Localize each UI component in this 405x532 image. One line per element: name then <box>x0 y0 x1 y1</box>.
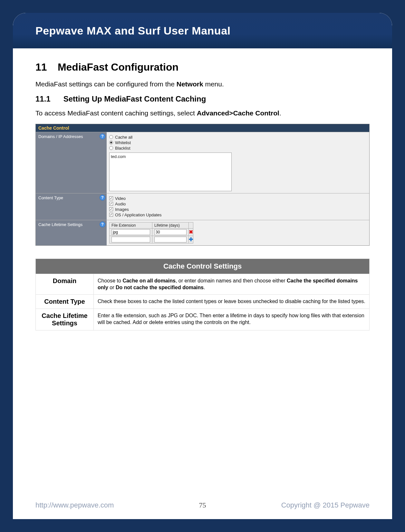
checkbox-label: Video <box>115 196 126 201</box>
checkbox-label: Images <box>115 207 129 212</box>
checkbox-icon <box>109 213 113 217</box>
col-ext: File Extension <box>110 222 152 228</box>
section-heading: 11 MediaFast Configuration <box>35 61 370 73</box>
header-band: Pepwave MAX and Surf User Manual <box>13 13 392 48</box>
row-lifetime: Cache Lifetime Settings ? File Extension… <box>36 220 369 245</box>
radio-cache-all[interactable]: Cache all <box>109 135 367 140</box>
subsection-lead-pre: To access MediaFast content caching sett… <box>35 109 197 117</box>
days-input[interactable] <box>154 229 187 235</box>
ext-input[interactable] <box>111 237 150 242</box>
desc-key: Domain <box>36 274 94 294</box>
checkbox-os-updates[interactable]: OS / Application Updates <box>109 212 367 217</box>
desc-key: Content Type <box>36 294 94 309</box>
subsection-lead-post: . <box>279 109 281 117</box>
value-content-type: Video Audio Images OS / Application Upda… <box>107 193 369 220</box>
label-domains: Domains / IP Addresses ? <box>36 132 107 193</box>
page: Pepwave MAX and Surf User Manual 11 Medi… <box>13 13 392 519</box>
delete-row-icon[interactable]: ✖ <box>189 229 193 235</box>
desc-key: Cache Lifetime Settings <box>36 309 94 330</box>
section-intro-post: menu. <box>203 80 224 88</box>
row-content-type: Content Type ? Video Audio Images <box>36 193 369 220</box>
radio-blacklist[interactable]: Blacklist <box>109 146 367 151</box>
section-title: MediaFast Configuration <box>58 61 178 73</box>
panel-title: Cache Control <box>36 124 369 132</box>
subsection-title: Setting Up MediaFast Content Caching <box>63 94 206 103</box>
section-intro: MediaFast settings can be configured fro… <box>35 80 370 89</box>
section-intro-pre: MediaFast settings can be configured fro… <box>35 80 177 88</box>
checkbox-icon <box>109 196 113 200</box>
description-table: Cache Control Settings Domain Choose to … <box>35 259 370 330</box>
label-content-type: Content Type ? <box>36 193 107 220</box>
checkbox-video[interactable]: Video <box>109 196 367 201</box>
radio-whitelist[interactable]: Whitelist <box>109 140 367 145</box>
manual-title: Pepwave MAX and Surf User Manual <box>35 25 231 37</box>
radio-label-blacklist: Blacklist <box>115 146 130 151</box>
domains-textarea[interactable]: ted.com <box>109 153 232 191</box>
radio-icon <box>109 135 113 139</box>
footer: http://www.pepwave.com 75 Copyright @ 20… <box>35 501 370 509</box>
section-intro-bold: Network <box>177 80 203 88</box>
col-action <box>189 222 193 228</box>
help-icon[interactable]: ? <box>100 133 105 139</box>
radio-label-cache-all: Cache all <box>115 135 132 140</box>
checkbox-label: Audio <box>115 202 126 206</box>
subsection-number: 11.1 <box>35 94 61 103</box>
lifetime-row: ✖ <box>110 228 193 236</box>
desc-title: Cache Control Settings <box>36 259 370 274</box>
radio-icon <box>109 141 113 144</box>
col-days: Lifetime (days) <box>152 222 189 228</box>
checkbox-images[interactable]: Images <box>109 207 367 212</box>
subsection-lead-bold: Advanced>Cache Control <box>197 109 279 117</box>
radio-icon <box>109 146 113 150</box>
checkbox-audio[interactable]: Audio <box>109 202 367 206</box>
help-icon[interactable]: ? <box>100 222 105 227</box>
label-domains-text: Domains / IP Addresses <box>38 134 83 139</box>
add-row-icon[interactable]: ✚ <box>189 237 193 242</box>
value-domains: Cache all Whitelist Blacklist ted.com <box>107 132 369 193</box>
label-content-type-text: Content Type <box>38 195 63 200</box>
label-lifetime-text: Cache Lifetime Settings <box>38 222 82 227</box>
subsection-lead: To access MediaFast content caching sett… <box>35 109 370 118</box>
days-input[interactable] <box>154 237 187 242</box>
help-icon[interactable]: ? <box>100 195 105 201</box>
label-lifetime: Cache Lifetime Settings ? <box>36 220 107 245</box>
checkbox-icon <box>109 202 113 206</box>
radio-label-whitelist: Whitelist <box>115 140 131 145</box>
lifetime-row: ✚ <box>110 236 193 243</box>
row-domains: Domains / IP Addresses ? Cache all White… <box>36 132 369 193</box>
cache-control-panel: Cache Control Domains / IP Addresses ? C… <box>35 124 370 246</box>
desc-val: Enter a file extension, such as JPG or D… <box>94 309 370 330</box>
content-area: 11 MediaFast Configuration MediaFast set… <box>13 48 392 330</box>
page-number: 75 <box>35 501 370 509</box>
desc-row-domain: Domain Choose to Cache on all domains, o… <box>36 274 370 294</box>
checkbox-label: OS / Application Updates <box>115 212 162 217</box>
value-lifetime: File Extension Lifetime (days) ✖ <box>107 220 369 245</box>
desc-row-content-type: Content Type Check these boxes to cache … <box>36 294 370 309</box>
subsection-heading: 11.1 Setting Up MediaFast Content Cachin… <box>35 94 370 103</box>
desc-row-lifetime: Cache Lifetime Settings Enter a file ext… <box>36 309 370 330</box>
section-number: 11 <box>35 61 55 73</box>
desc-val: Choose to Cache on all domains, or enter… <box>94 274 370 294</box>
checkbox-icon <box>109 207 113 211</box>
ext-input[interactable] <box>111 229 150 235</box>
lifetime-table: File Extension Lifetime (days) ✖ <box>109 222 193 243</box>
desc-val: Check these boxes to cache the listed co… <box>94 294 370 309</box>
